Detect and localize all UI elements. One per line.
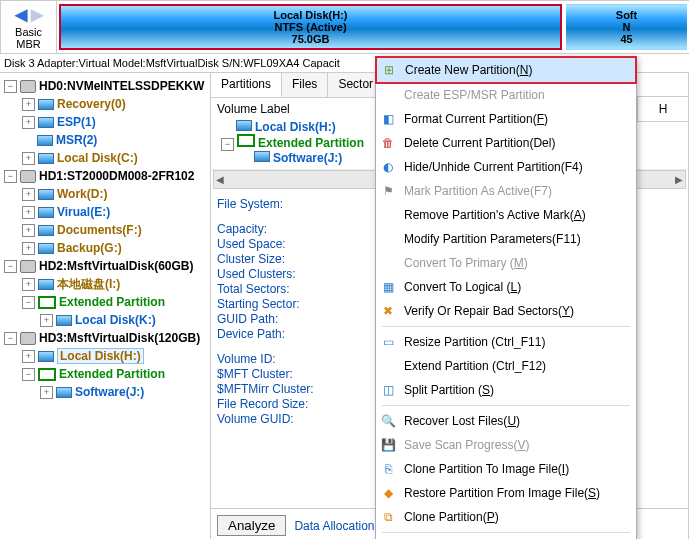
disk-type-label: BasicMBR <box>15 26 42 50</box>
partition-icon <box>38 153 54 164</box>
menu-verify[interactable]: ✖Verify Or Repair Bad Sectors(Y) <box>376 299 636 323</box>
delete-icon: 🗑 <box>380 135 396 151</box>
partition-icon <box>37 135 53 146</box>
blank-icon <box>380 231 396 247</box>
tree-hd3-ext[interactable]: −Extended Partition <box>0 365 210 383</box>
tree-localc[interactable]: +Local Disk(C:) <box>0 149 210 167</box>
extended-icon <box>38 296 56 309</box>
tree-hd3[interactable]: −HD3:MsftVirtualDisk(120GB) <box>0 329 210 347</box>
tree-documents[interactable]: +Documents(F:) <box>0 221 210 239</box>
tree-hd2[interactable]: −HD2:MsftVirtualDisk(60GB) <box>0 257 210 275</box>
tree-hd1[interactable]: −HD1:ST2000DM008-2FR102 <box>0 167 210 185</box>
forward-icon[interactable]: ▶ <box>31 5 43 24</box>
expand-icon[interactable]: + <box>22 224 35 237</box>
tree-recovery[interactable]: +Recovery(0) <box>0 95 210 113</box>
partition-icon <box>38 99 54 110</box>
menu-clone-image[interactable]: ⎘Clone Partition To Image File(I) <box>376 457 636 481</box>
recover-icon: 🔍 <box>380 413 396 429</box>
menu-mark-active: ⚑Mark Partition As Active(F7) <box>376 179 636 203</box>
tree-work[interactable]: +Work(D:) <box>0 185 210 203</box>
tree-softwarej[interactable]: +Software(J:) <box>0 383 210 401</box>
menu-restore[interactable]: ◆Restore Partition From Image File(S) <box>376 481 636 505</box>
partition-icon <box>38 189 54 200</box>
collapse-icon[interactable]: − <box>4 332 17 345</box>
expand-icon[interactable]: + <box>22 98 35 111</box>
disk-tree: −HD0:NVMeINTELSSDPEKKW +Recovery(0) +ESP… <box>0 73 211 539</box>
expand-icon[interactable]: + <box>22 350 35 363</box>
flag-icon: ⚑ <box>380 183 396 199</box>
disk-diagram: Local Disk(H:) NTFS (Active) 75.0GB Soft… <box>57 1 689 53</box>
disk-header-row: ◀ ▶ BasicMBR Local Disk(H:) NTFS (Active… <box>0 0 689 53</box>
data-allocation-link[interactable]: Data Allocation: <box>294 519 377 533</box>
menu-extend[interactable]: Extend Partition (Ctrl_F12) <box>376 354 636 378</box>
expand-icon[interactable]: + <box>40 386 53 399</box>
tree-local-i[interactable]: +本地磁盘(I:) <box>0 275 210 293</box>
tab-files[interactable]: Files <box>282 73 328 97</box>
partition-icon <box>38 243 54 254</box>
partition-icon <box>56 315 72 326</box>
clone-image-icon: ⎘ <box>380 461 396 477</box>
tree-virual[interactable]: +Virual(E:) <box>0 203 210 221</box>
partition-icon <box>38 117 54 128</box>
menu-create-esp: Create ESP/MSR Partition <box>376 83 636 107</box>
menu-separator <box>382 532 630 533</box>
blank-icon <box>380 207 396 223</box>
hide-icon: ◐ <box>380 159 396 175</box>
menu-clone[interactable]: ⧉Clone Partition(P) <box>376 505 636 529</box>
expand-icon[interactable]: + <box>22 152 35 165</box>
verify-icon: ✖ <box>380 303 396 319</box>
expand-icon[interactable]: + <box>22 188 35 201</box>
nav-buttons: ◀ ▶ BasicMBR <box>0 1 57 53</box>
tab-partitions[interactable]: Partitions <box>211 73 282 97</box>
menu-split[interactable]: ◫Split Partition (S) <box>376 378 636 402</box>
partition-icon <box>38 225 54 236</box>
tree-hd0[interactable]: −HD0:NVMeINTELSSDPEKKW <box>0 77 210 95</box>
menu-resize[interactable]: ▭Resize Partition (Ctrl_F11) <box>376 330 636 354</box>
disk-icon <box>20 80 36 93</box>
right-header-cell: H <box>637 96 689 122</box>
menu-delete[interactable]: 🗑Delete Current Partition(Del) <box>376 131 636 155</box>
menu-hide[interactable]: ◐Hide/Unhide Current Partition(F4) <box>376 155 636 179</box>
menu-create-partition[interactable]: ⊞Create New Partition(N) <box>375 56 637 84</box>
partition-block-soft[interactable]: Soft N 45 <box>566 4 687 50</box>
blank-icon <box>380 358 396 374</box>
expand-icon[interactable]: + <box>22 242 35 255</box>
tree-esp[interactable]: +ESP(1) <box>0 113 210 131</box>
menu-remove-active[interactable]: Remove Partition's Active Mark(A) <box>376 203 636 227</box>
collapse-icon[interactable]: − <box>22 368 35 381</box>
partition-icon <box>56 387 72 398</box>
partition-icon <box>236 120 252 131</box>
analyze-button[interactable]: Analyze <box>217 515 286 536</box>
context-menu: ⊞Create New Partition(N) Create ESP/MSR … <box>375 56 637 539</box>
blank-icon <box>380 255 396 271</box>
blank-icon <box>380 87 396 103</box>
menu-format[interactable]: ◧Format Current Partition(F) <box>376 107 636 131</box>
disk-icon <box>20 260 36 273</box>
expand-icon[interactable]: + <box>22 278 35 291</box>
clone-icon: ⧉ <box>380 509 396 525</box>
collapse-icon[interactable]: − <box>4 260 17 273</box>
convert-icon: ▦ <box>380 279 396 295</box>
collapse-icon[interactable]: − <box>221 138 234 151</box>
restore-icon: ◆ <box>380 485 396 501</box>
tree-localh[interactable]: +Local Disk(H:) <box>0 347 210 365</box>
back-icon[interactable]: ◀ <box>15 5 27 24</box>
collapse-icon[interactable]: − <box>22 296 35 309</box>
tree-localk[interactable]: +Local Disk(K:) <box>0 311 210 329</box>
expand-icon[interactable]: + <box>22 116 35 129</box>
collapse-icon[interactable]: − <box>4 80 17 93</box>
expand-icon[interactable]: + <box>40 314 53 327</box>
extended-icon <box>38 368 56 381</box>
partition-block-h[interactable]: Local Disk(H:) NTFS (Active) 75.0GB <box>59 4 562 50</box>
collapse-icon[interactable]: − <box>4 170 17 183</box>
expand-icon[interactable]: + <box>22 206 35 219</box>
disk-icon <box>20 332 36 345</box>
tree-hd2-ext[interactable]: −Extended Partition <box>0 293 210 311</box>
tree-msr[interactable]: MSR(2) <box>0 131 210 149</box>
menu-modify[interactable]: Modify Partition Parameters(F11) <box>376 227 636 251</box>
format-icon: ◧ <box>380 111 396 127</box>
tree-backup[interactable]: +Backup(G:) <box>0 239 210 257</box>
menu-conv-logical[interactable]: ▦Convert To Logical (L) <box>376 275 636 299</box>
menu-recover[interactable]: 🔍Recover Lost Files(U) <box>376 409 636 433</box>
menu-conv-primary: Convert To Primary (M) <box>376 251 636 275</box>
